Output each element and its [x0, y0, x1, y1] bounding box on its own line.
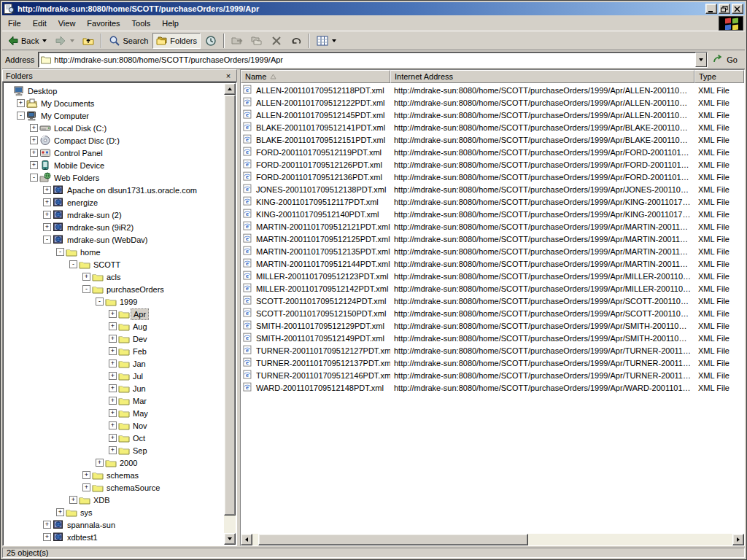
tree-expander[interactable]: + — [109, 347, 118, 355]
undo-button[interactable] — [287, 33, 306, 49]
file-name[interactable]: FORD-2001101709512119PDT.xml — [256, 148, 382, 157]
file-row[interactable]: eALLEN-2001101709512122PDT.xmlhttp://mdr… — [241, 96, 744, 109]
tree-item-apr[interactable]: +Apr — [4, 308, 224, 320]
file-internet-address[interactable]: http://mdrake-sun:8080/home/SCOTT/purcha… — [390, 185, 694, 194]
tree-item-label[interactable]: mdrake-sun (WebDav) — [65, 235, 150, 245]
expand-plus-icon[interactable]: + — [30, 124, 38, 132]
tree-expander[interactable]: + — [109, 335, 118, 343]
tree-item-label[interactable]: SCOTT — [91, 260, 123, 270]
file-row[interactable]: eSMITH-2001101709512129PDT.xmlhttp://mdr… — [241, 319, 744, 332]
tree-item-jul[interactable]: +Jul — [4, 370, 224, 382]
tree-item-label[interactable]: purchaseOrders — [104, 284, 166, 295]
file-name-cell[interactable]: eMILLER-2001101709512142PDT.xml — [241, 283, 390, 295]
file-name[interactable]: MILLER-2001101709512123PDT.xml — [256, 272, 388, 281]
file-name-cell[interactable]: eMARTIN-2001101709512125PDT.xml — [241, 233, 390, 245]
file-name[interactable]: KING-2001101709512140PDT.xml — [256, 210, 379, 219]
expand-plus-icon[interactable]: + — [109, 322, 117, 330]
file-row[interactable]: eSMITH-2001101709512149PDT.xmlhttp://mdr… — [241, 332, 744, 344]
column-header-type[interactable]: Type — [694, 70, 744, 83]
file-internet-address[interactable]: http://mdrake-sun:8080/home/SCOTT/purcha… — [390, 284, 694, 293]
expand-plus-icon[interactable]: + — [43, 521, 51, 529]
search-button[interactable]: Search — [105, 33, 152, 49]
file-name-cell[interactable]: eFORD-2001101709512136PDT.xml — [241, 171, 390, 183]
tree-expander[interactable]: + — [109, 372, 118, 380]
file-internet-address[interactable]: http://mdrake-sun:8080/home/SCOTT/purcha… — [390, 222, 694, 231]
tree-expander[interactable]: - — [82, 285, 92, 293]
scroll-up-icon[interactable] — [224, 83, 236, 95]
file-internet-address[interactable]: http://mdrake-sun:8080/home/SCOTT/purcha… — [390, 160, 694, 169]
file-internet-address[interactable]: http://mdrake-sun:8080/home/SCOTT/purcha… — [390, 173, 694, 182]
expand-plus-icon[interactable]: + — [82, 483, 90, 491]
column-header-name[interactable]: Name — [241, 70, 390, 83]
file-name[interactable]: KING-2001101709512117PDT.xml — [256, 198, 379, 206]
tree-expander[interactable]: - — [56, 248, 66, 256]
copy-to-button[interactable] — [247, 33, 266, 49]
file-row[interactable]: eJONES-2001101709512138PDT.xmlhttp://mdr… — [241, 183, 744, 195]
file-row[interactable]: eMILLER-2001101709512142PDT.xmlhttp://md… — [241, 282, 744, 295]
file-name[interactable]: JONES-2001101709512138PDT.xml — [256, 185, 386, 194]
tree-item-label[interactable]: Apr — [131, 308, 149, 320]
collapse-minus-icon[interactable]: - — [82, 285, 90, 293]
file-name[interactable]: MARTIN-2001101709512125PDT.xml — [256, 235, 390, 244]
file-name-cell[interactable]: eMILLER-2001101709512123PDT.xml — [241, 271, 390, 282]
file-name[interactable]: FORD-2001101709512126PDT.xml — [256, 160, 382, 169]
file-name-cell[interactable]: eMARTIN-2001101709512144PDT.xml — [241, 258, 390, 270]
file-name-cell[interactable]: eALLEN-2001101709512145PDT.xml — [241, 109, 390, 121]
tree-expander[interactable]: + — [30, 149, 39, 157]
tree-item-label[interactable]: schemas — [104, 470, 141, 481]
tree-item-label[interactable]: My Documents — [39, 98, 96, 109]
tree-expander[interactable]: - — [69, 260, 79, 268]
expand-plus-icon[interactable]: + — [109, 421, 117, 429]
address-input[interactable] — [54, 53, 695, 66]
file-name[interactable]: FORD-2001101709512136PDT.xml — [256, 173, 382, 182]
file-row[interactable]: eBLAKE-2001101709512141PDT.xmlhttp://mdr… — [241, 121, 744, 133]
file-internet-address[interactable]: http://mdrake-sun:8080/home/SCOTT/purcha… — [390, 247, 694, 256]
file-row[interactable]: eFORD-2001101709512136PDT.xmlhttp://mdra… — [241, 171, 744, 183]
tree-expander[interactable]: + — [109, 446, 118, 454]
file-internet-address[interactable]: http://mdrake-sun:8080/home/SCOTT/purcha… — [390, 346, 694, 355]
up-button[interactable] — [79, 33, 98, 49]
menu-file[interactable]: File — [2, 17, 27, 30]
tree-item-apache-on-dlsun1731-us-oracle-com[interactable]: +Apache on dlsun1731.us.oracle.com — [4, 184, 224, 196]
tree-item-feb[interactable]: +Feb — [4, 345, 224, 357]
expand-plus-icon[interactable]: + — [56, 508, 64, 516]
tree-expander[interactable]: + — [109, 322, 118, 330]
tree-expander[interactable]: + — [96, 459, 105, 467]
expand-plus-icon[interactable]: + — [109, 384, 117, 392]
tree-item-label[interactable]: May — [131, 408, 150, 419]
expand-plus-icon[interactable]: + — [69, 496, 77, 504]
file-name[interactable]: ALLEN-2001101709512122PDT.xml — [256, 98, 385, 107]
tree-expander[interactable]: - — [17, 112, 26, 120]
tree-item-label[interactable]: Web Folders — [52, 173, 101, 183]
expand-plus-icon[interactable]: + — [109, 335, 117, 343]
address-field[interactable] — [38, 52, 708, 68]
tree-item-mar[interactable]: +Mar — [4, 394, 224, 407]
tree-expander[interactable]: - — [96, 298, 105, 306]
tree-item-label[interactable]: spannala-sun — [65, 520, 117, 530]
tree-expander[interactable]: + — [43, 211, 53, 219]
file-name-cell[interactable]: eWARD-2001101709512148PDT.xml — [241, 382, 390, 394]
expand-plus-icon[interactable]: + — [30, 149, 38, 157]
file-name-cell[interactable]: eKING-2001101709512117PDT.xml — [241, 196, 390, 208]
file-internet-address[interactable]: http://mdrake-sun:8080/home/SCOTT/purcha… — [390, 309, 694, 318]
tree-expander[interactable]: + — [82, 483, 92, 491]
list-scroll-thumb[interactable] — [258, 534, 528, 545]
tree-expander[interactable]: + — [43, 186, 53, 194]
tree-item-label[interactable]: xdbtest1 — [65, 532, 100, 542]
file-name[interactable]: SMITH-2001101709512149PDT.xml — [256, 334, 384, 343]
tree-item-label[interactable]: 2000 — [117, 458, 139, 468]
file-internet-address[interactable]: http://mdrake-sun:8080/home/SCOTT/purcha… — [390, 210, 694, 219]
tree-item-label[interactable]: sys — [78, 508, 95, 518]
collapse-minus-icon[interactable]: - — [43, 236, 51, 244]
collapse-minus-icon[interactable]: - — [17, 112, 25, 120]
tree-expander[interactable]: + — [56, 508, 66, 516]
file-internet-address[interactable]: http://mdrake-sun:8080/home/SCOTT/purcha… — [390, 260, 694, 268]
expand-plus-icon[interactable]: + — [109, 409, 117, 417]
go-button[interactable]: Go — [711, 52, 742, 68]
expand-plus-icon[interactable]: + — [30, 161, 38, 169]
tree-item-sep[interactable]: +Sep — [4, 444, 224, 456]
file-internet-address[interactable]: http://mdrake-sun:8080/home/SCOTT/purcha… — [390, 322, 694, 330]
file-name-cell[interactable]: eSCOTT-2001101709512124PDT.xml — [241, 295, 390, 307]
file-row[interactable]: eFORD-2001101709512119PDT.xmlhttp://mdra… — [241, 146, 744, 158]
file-internet-address[interactable]: http://mdrake-sun:8080/home/SCOTT/purcha… — [390, 98, 694, 107]
